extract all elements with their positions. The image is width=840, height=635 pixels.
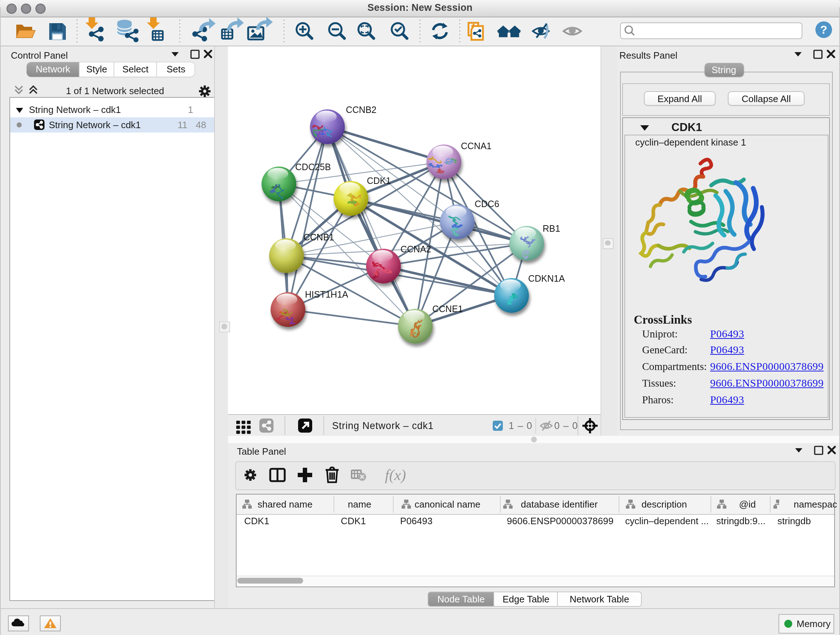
svg-text:CCNA1: CCNA1 [461, 141, 491, 150]
svg-text:CDK1: CDK1 [366, 175, 391, 185]
svg-text:CCNB2: CCNB2 [346, 104, 376, 114]
svg-text:CDKN1A: CDKN1A [528, 273, 565, 283]
svg-text:CCNE1: CCNE1 [432, 303, 463, 314]
svg-text:String Network – cdk1: String Network – cdk1 [332, 420, 433, 431]
svg-text:HIST1H1A: HIST1H1A [305, 289, 348, 299]
svg-text:CDC6: CDC6 [474, 198, 499, 209]
svg-text:CCNB1: CCNB1 [303, 232, 334, 242]
svg-text:?: ? [820, 23, 827, 36]
svg-text:RB1: RB1 [542, 223, 560, 233]
svg-text:0 – 0: 0 – 0 [554, 420, 578, 431]
svg-text:CDC25B: CDC25B [295, 162, 331, 172]
svg-text:CCNA2: CCNA2 [400, 244, 431, 254]
svg-text:f(x): f(x) [385, 467, 406, 484]
svg-text:1 – 0: 1 – 0 [508, 420, 532, 431]
